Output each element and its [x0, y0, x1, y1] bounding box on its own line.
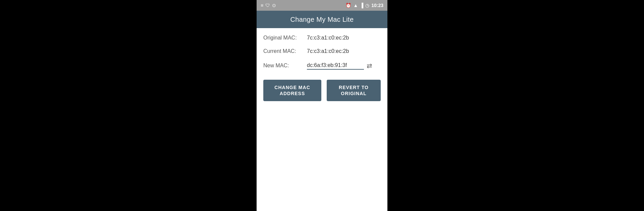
buttons-row: CHANGE MAC ADDRESS REVERT TO ORIGINAL: [263, 80, 381, 101]
revert-to-original-button[interactable]: REVERT TO ORIGINAL: [327, 80, 381, 101]
app-title: Change My Mac Lite: [290, 16, 354, 23]
current-mac-row: Current MAC: 7c:c3:a1:c0:ec:2b: [263, 48, 381, 54]
new-mac-label: New MAC:: [263, 63, 307, 69]
main-content: Original MAC: 7c:c3:a1:c0:ec:2b Current …: [257, 28, 387, 211]
wifi-icon: ▲: [353, 3, 358, 8]
current-mac-label: Current MAC:: [263, 48, 307, 54]
randomize-icon[interactable]: ⇄: [367, 62, 372, 70]
shield-icon: 🛡: [265, 3, 270, 8]
data-icon: ◷: [365, 3, 369, 8]
status-bar: ≡ 🛡 ⊙ ⏰ ▲ ▐ ◷ 10:23: [257, 0, 387, 11]
status-bar-right: ⏰ ▲ ▐ ◷ 10:23: [345, 3, 383, 8]
signal-icon: ▐: [360, 3, 363, 8]
status-bar-left: ≡ 🛡 ⊙: [261, 3, 276, 8]
original-mac-row: Original MAC: 7c:c3:a1:c0:ec:2b: [263, 35, 381, 41]
alarm-icon: ⏰: [345, 3, 351, 8]
menu-icon: ≡: [261, 3, 263, 8]
target-icon: ⊙: [272, 3, 276, 8]
original-mac-value: 7c:c3:a1:c0:ec:2b: [307, 35, 349, 41]
original-mac-label: Original MAC:: [263, 35, 307, 41]
status-time: 10:23: [371, 3, 383, 8]
new-mac-row: New MAC: ⇄: [263, 62, 381, 70]
title-bar: Change My Mac Lite: [257, 11, 387, 28]
change-mac-button[interactable]: CHANGE MAC ADDRESS: [263, 80, 321, 101]
phone-container: ≡ 🛡 ⊙ ⏰ ▲ ▐ ◷ 10:23 Change My Mac Lite O…: [257, 0, 387, 211]
new-mac-input[interactable]: [307, 62, 364, 70]
new-mac-input-container: ⇄: [307, 62, 372, 70]
current-mac-value: 7c:c3:a1:c0:ec:2b: [307, 48, 349, 54]
